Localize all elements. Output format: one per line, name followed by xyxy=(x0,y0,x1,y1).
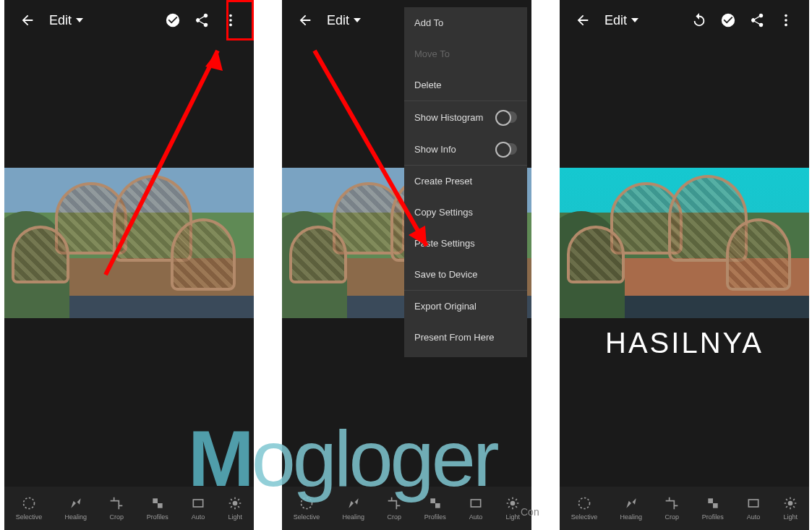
menu-save-to-device[interactable]: Save to Device xyxy=(404,259,527,290)
tool-light[interactable]: Light xyxy=(228,496,242,521)
tool-profiles[interactable]: Profiles xyxy=(702,496,724,521)
tool-healing[interactable]: Healing xyxy=(620,496,643,521)
check-circle-icon[interactable] xyxy=(164,12,181,29)
photo-preview-result[interactable] xyxy=(560,168,809,318)
tool-healing[interactable]: Healing xyxy=(65,496,87,521)
phone-screen-1: Edit Selective Healing Crop Profiles Aut… xyxy=(4,0,254,530)
back-icon[interactable] xyxy=(296,12,314,29)
topbar: Edit xyxy=(560,0,809,40)
svg-point-14 xyxy=(785,19,787,22)
svg-rect-17 xyxy=(708,498,713,503)
svg-point-3 xyxy=(23,498,34,509)
svg-rect-6 xyxy=(193,500,202,507)
caret-down-icon xyxy=(76,18,83,22)
menu-paste-settings[interactable]: Paste Settings xyxy=(404,228,527,259)
tool-auto[interactable]: Auto xyxy=(746,496,761,521)
menu-create-preset[interactable]: Create Preset xyxy=(404,165,527,197)
tool-auto[interactable]: Auto xyxy=(191,496,205,521)
tool-crop[interactable]: Crop xyxy=(664,496,679,521)
edit-dropdown[interactable]: Edit xyxy=(604,13,638,28)
tool-selective[interactable]: Selective xyxy=(571,496,598,521)
menu-show-info[interactable]: Show Info xyxy=(404,133,527,165)
svg-rect-5 xyxy=(158,503,163,508)
svg-point-7 xyxy=(233,501,238,506)
caret-down-icon xyxy=(354,18,361,22)
topbar: Edit xyxy=(4,0,254,40)
tool-profiles[interactable]: Profiles xyxy=(147,496,168,521)
svg-point-16 xyxy=(578,498,589,509)
phone-screen-3: Edit HASILNYA Selective Healing Crop Pro… xyxy=(560,0,809,530)
svg-point-12 xyxy=(510,501,516,506)
edit-dropdown[interactable]: Edit xyxy=(49,13,83,28)
phone-screen-2: Edit Add To Move To Delete Show Histogra… xyxy=(282,0,531,530)
menu-move-to: Move To xyxy=(404,38,527,69)
menu-export-original[interactable]: Export Original xyxy=(404,290,527,322)
tool-profiles[interactable]: Profiles xyxy=(424,496,446,521)
edit-label: Edit xyxy=(604,13,627,28)
tool-bar: Selective Healing Crop Profiles Auto Lig… xyxy=(4,487,254,530)
tool-auto[interactable]: Auto xyxy=(469,496,483,521)
tool-crop[interactable]: Crop xyxy=(109,496,124,521)
svg-rect-10 xyxy=(435,503,440,508)
toggle-off-icon[interactable] xyxy=(495,111,517,123)
overflow-menu: Add To Move To Delete Show Histogram Sho… xyxy=(404,7,527,357)
result-label: HASILNYA xyxy=(560,327,809,359)
edit-label: Edit xyxy=(327,13,349,28)
menu-show-histogram[interactable]: Show Histogram xyxy=(404,101,527,133)
menu-add-to[interactable]: Add To xyxy=(404,7,527,38)
svg-rect-19 xyxy=(748,500,758,507)
undo-icon[interactable] xyxy=(691,12,708,29)
more-vert-icon[interactable] xyxy=(777,12,795,29)
svg-point-8 xyxy=(301,498,312,509)
svg-rect-11 xyxy=(471,500,480,507)
svg-rect-9 xyxy=(430,498,435,503)
svg-point-20 xyxy=(788,501,793,506)
tool-healing[interactable]: Healing xyxy=(343,496,365,521)
photo-preview[interactable] xyxy=(4,168,254,318)
menu-present-from-here[interactable]: Present From Here xyxy=(404,322,527,353)
tool-selective[interactable]: Selective xyxy=(294,496,320,521)
caret-down-icon xyxy=(631,18,638,22)
highlight-more-button xyxy=(226,0,254,40)
svg-point-15 xyxy=(785,24,787,27)
tool-light[interactable]: Light xyxy=(505,496,520,521)
menu-delete[interactable]: Delete xyxy=(404,69,527,101)
edit-dropdown[interactable]: Edit xyxy=(327,13,361,28)
svg-rect-4 xyxy=(153,498,158,503)
toggle-off-icon[interactable] xyxy=(495,143,517,155)
tool-light[interactable]: Light xyxy=(783,496,798,521)
watermark-sub: Con xyxy=(521,506,539,518)
tool-selective[interactable]: Selective xyxy=(16,496,43,521)
menu-copy-settings[interactable]: Copy Settings xyxy=(404,197,527,228)
svg-rect-18 xyxy=(713,503,718,508)
tool-bar: Selective Healing Crop Profiles Auto Lig… xyxy=(560,487,809,530)
tool-crop[interactable]: Crop xyxy=(387,496,401,521)
tool-bar: Selective Healing Crop Profiles Auto Lig… xyxy=(282,487,531,530)
back-icon[interactable] xyxy=(574,12,591,29)
back-icon[interactable] xyxy=(19,12,36,29)
share-icon[interactable] xyxy=(748,12,766,29)
svg-point-13 xyxy=(785,14,787,17)
check-circle-icon[interactable] xyxy=(719,12,737,29)
share-icon[interactable] xyxy=(193,12,210,29)
edit-label: Edit xyxy=(49,13,72,28)
